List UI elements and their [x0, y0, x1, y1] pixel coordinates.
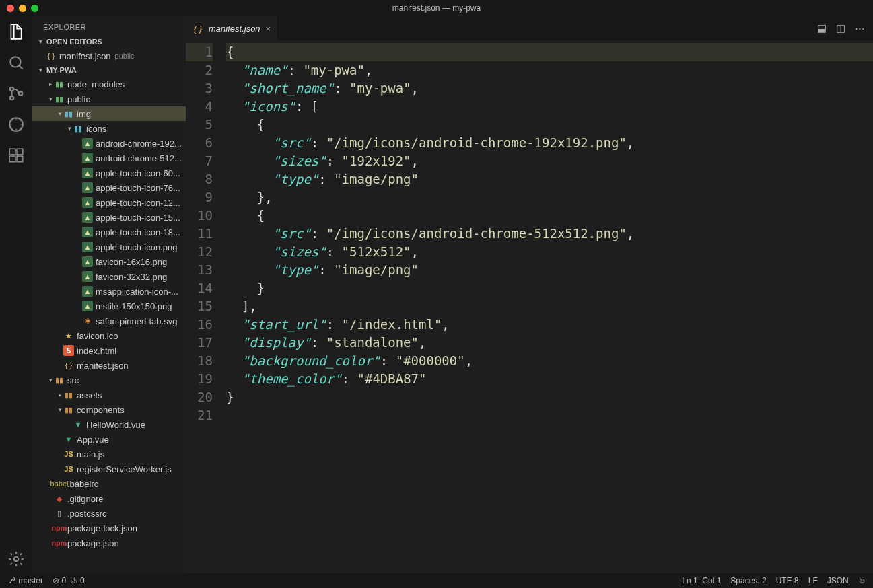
tree-item[interactable]: ▾▮▮src — [32, 373, 186, 388]
tree-item[interactable]: ▲apple-touch-icon-12... — [32, 195, 186, 210]
tree-item[interactable]: ✱safari-pinned-tab.svg — [32, 314, 186, 328]
project-header[interactable]: ▾ MY-PWA — [32, 63, 186, 77]
tree-item[interactable]: ▯.postcssrc — [32, 506, 186, 521]
sidebar-title: EXPLORER — [32, 16, 186, 35]
open-editor-name: manifest.json — [59, 51, 111, 61]
js-icon: JS — [63, 464, 74, 474]
split-diff-icon[interactable]: ⬓ — [817, 22, 827, 34]
tree-item-label: android-chrome-192... — [96, 139, 182, 149]
js-icon: JS — [63, 449, 74, 460]
tree-item-label: mstile-150x150.png — [96, 301, 172, 311]
branch-indicator[interactable]: ⎇ master — [7, 576, 43, 585]
more-actions-icon[interactable]: ⋯ — [855, 22, 865, 34]
svg-point-9 — [14, 557, 19, 562]
split-editor-icon[interactable]: ◫ — [836, 22, 845, 34]
tree-item[interactable]: ▲apple-touch-icon-18... — [32, 225, 186, 240]
chevron-down-icon: ▾ — [39, 38, 44, 45]
tree-item[interactable]: ▲mstile-150x150.png — [32, 299, 186, 314]
tree-item-label: img — [77, 109, 91, 119]
image-icon: ▲ — [82, 271, 93, 282]
tree-item[interactable]: ▸▮▮assets — [32, 388, 186, 402]
folder-icon: ▮▮ — [73, 123, 83, 134]
npm-icon: npm — [54, 538, 65, 548]
image-icon: ▲ — [82, 242, 93, 252]
settings-gear-icon[interactable] — [7, 550, 25, 568]
tree-item-label: components — [77, 405, 125, 415]
tree-item[interactable]: ▲msapplication-icon-... — [32, 284, 186, 299]
tree-item[interactable]: ▲android-chrome-192... — [32, 136, 186, 151]
tree-item[interactable]: ▲apple-touch-icon-76... — [32, 180, 186, 195]
code-editor[interactable]: 123456789101112131415161718192021 { "nam… — [186, 40, 873, 573]
extensions-icon[interactable] — [7, 147, 25, 164]
tree-item[interactable]: 5index.html — [32, 343, 186, 358]
svg-point-1 — [10, 87, 13, 91]
folder-icon: ▮▮ — [63, 404, 74, 415]
tree-item[interactable]: ▲favicon-16x16.png — [32, 254, 186, 269]
chevron-down-icon: ▾ — [39, 67, 44, 73]
folder-icon: ▮▮ — [54, 79, 65, 89]
search-icon[interactable] — [7, 54, 25, 71]
tabs: { } manifest.json × ⬓ ◫ ⋯ — [186, 16, 873, 40]
indentation[interactable]: Spaces: 2 — [730, 576, 766, 585]
tree-item[interactable]: ▲android-chrome-512... — [32, 151, 186, 166]
tree-item[interactable]: JSregisterServiceWorker.js — [32, 462, 186, 476]
tree-item-label: apple-touch-icon-12... — [96, 198, 180, 208]
tab-label: manifest.json — [209, 24, 260, 34]
tree-item-label: apple-touch-icon-18... — [96, 227, 180, 237]
tree-item[interactable]: ▲favicon-32x32.png — [32, 269, 186, 284]
babel-icon: babel — [54, 478, 65, 489]
debug-icon[interactable] — [7, 116, 25, 133]
tab-manifest[interactable]: { } manifest.json × — [186, 16, 278, 40]
tree-item[interactable]: npmpackage-lock.json — [32, 521, 186, 536]
tree-item-label: public — [67, 94, 90, 104]
svg-rect-8 — [17, 149, 23, 155]
tree-item-label: safari-pinned-tab.svg — [96, 316, 177, 326]
eol[interactable]: LF — [808, 576, 818, 585]
tree-item[interactable]: ▾▮▮img — [32, 106, 186, 121]
image-icon: ▲ — [82, 212, 93, 223]
tree-item-label: registerServiceWorker.js — [77, 464, 172, 474]
project-label: MY-PWA — [46, 66, 77, 74]
language-mode[interactable]: JSON — [827, 576, 849, 585]
editor-actions: ⬓ ◫ ⋯ — [817, 16, 873, 40]
tree-item[interactable]: JSmain.js — [32, 447, 186, 462]
image-icon: ▲ — [82, 138, 93, 149]
tree-item[interactable]: ▸▮▮node_modules — [32, 77, 186, 91]
tree-item[interactable]: ▾▮▮icons — [32, 121, 186, 136]
tree-item-label: apple-touch-icon.png — [96, 242, 177, 252]
tree-item[interactable]: ◆.gitignore — [32, 491, 186, 506]
tree-item-label: index.html — [77, 346, 116, 356]
tree-item-label: msapplication-icon-... — [96, 287, 178, 297]
tree-item[interactable]: ▼HelloWorld.vue — [32, 417, 186, 432]
activity-bar — [0, 16, 32, 573]
npm-icon: npm — [54, 523, 65, 534]
tree-item[interactable]: npmpackage.json — [32, 536, 186, 550]
cursor-position[interactable]: Ln 1, Col 1 — [682, 576, 721, 585]
twisty-icon: ▸ — [47, 81, 54, 87]
image-icon: ▲ — [82, 168, 93, 178]
explorer-icon[interactable] — [7, 23, 25, 40]
tree-item[interactable]: babel.babelrc — [32, 476, 186, 491]
open-editor-item[interactable]: { } manifest.json public — [32, 48, 186, 63]
tree-item[interactable]: ▲apple-touch-icon-60... — [32, 166, 186, 180]
json-icon: { } — [63, 360, 74, 371]
tree-item[interactable]: ▾▮▮components — [32, 402, 186, 417]
open-editors-label: OPEN EDITORS — [46, 38, 102, 46]
tree-item[interactable]: ▲apple-touch-icon-15... — [32, 210, 186, 225]
encoding[interactable]: UTF-8 — [776, 576, 799, 585]
close-tab-icon[interactable]: × — [266, 24, 271, 34]
tree-item-label: src — [67, 375, 79, 385]
svg-rect-5 — [9, 149, 15, 155]
open-editors-header[interactable]: ▾ OPEN EDITORS — [32, 35, 186, 48]
tree-item-label: manifest.json — [77, 361, 129, 371]
tree-item[interactable]: ▼App.vue — [32, 432, 186, 447]
git-icon: ◆ — [54, 493, 65, 504]
problems-indicator[interactable]: ⊘ 0 ⚠ 0 — [53, 576, 85, 585]
tree-item[interactable]: ★favicon.ico — [32, 328, 186, 343]
source-control-icon[interactable] — [7, 85, 25, 102]
tree-item[interactable]: ▾▮▮public — [32, 91, 186, 106]
feedback-icon[interactable]: ☺ — [858, 576, 866, 585]
tree-item[interactable]: ▲apple-touch-icon.png — [32, 240, 186, 254]
code-lines: { "name": "my-pwa", "short_name": "my-pw… — [226, 40, 873, 573]
tree-item[interactable]: { }manifest.json — [32, 358, 186, 373]
